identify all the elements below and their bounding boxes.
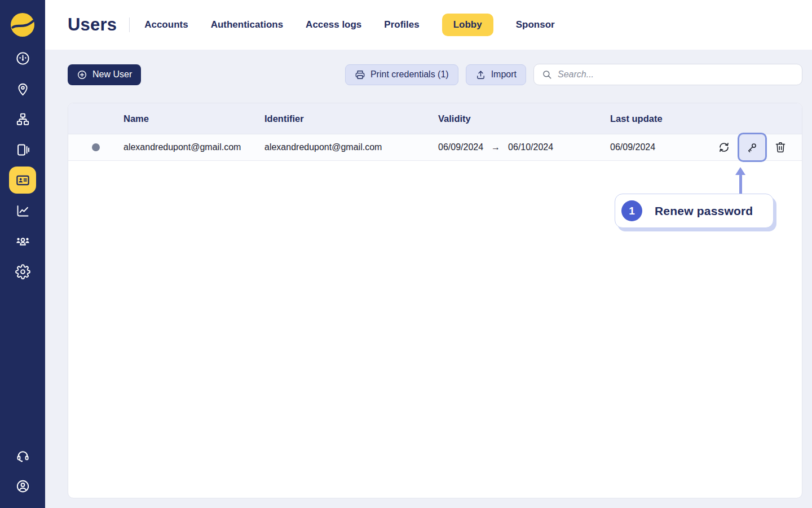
toolbar-right: Print credentials (1) Import — [345, 64, 802, 85]
team-group-icon — [15, 234, 30, 249]
callout-arrow-up-icon — [735, 167, 745, 175]
app-logo[interactable] — [10, 0, 35, 50]
tab-profiles[interactable]: Profiles — [384, 14, 419, 36]
arrow-right-icon: → — [491, 142, 500, 152]
dashboard-gauge-icon — [15, 51, 30, 66]
print-credentials-label: Print credentials (1) — [370, 69, 449, 80]
status-cell — [68, 143, 123, 151]
settings-gear-icon — [15, 264, 30, 279]
header-tabs: Accounts Authentications Access logs Pro… — [144, 14, 554, 36]
tab-authentications[interactable]: Authentications — [211, 14, 283, 36]
table-header-row: Name Identifier Validity Last update — [68, 103, 802, 134]
key-icon — [746, 141, 758, 154]
printer-icon — [355, 69, 365, 80]
renew-access-button[interactable] — [717, 141, 731, 154]
tab-access-logs[interactable]: Access logs — [306, 14, 361, 36]
last-update-cell: 06/09/2024 — [610, 142, 717, 152]
top-header: Users Accounts Authentications Access lo… — [45, 0, 812, 50]
page-title: Users — [68, 15, 117, 35]
upload-icon — [475, 69, 486, 80]
sidebar-item-support[interactable] — [9, 440, 36, 471]
status-dot — [92, 143, 100, 151]
brand-logo-icon — [10, 12, 35, 37]
sidebar-item-splash-pages[interactable] — [9, 134, 36, 165]
callout-label: Renew password — [655, 204, 753, 218]
search-box — [533, 64, 802, 85]
content-area: New User Print credentials (1) — [45, 50, 812, 508]
network-sitemap-icon — [15, 112, 30, 127]
refresh-icon — [718, 141, 730, 154]
sidebar-item-users[interactable] — [9, 167, 36, 194]
users-table-card: Name Identifier Validity Last update ale… — [68, 103, 802, 498]
callout-step-badge: 1 — [621, 200, 642, 221]
delete-user-button[interactable] — [774, 141, 787, 154]
analytics-chart-icon — [15, 203, 30, 218]
new-user-button[interactable]: New User — [68, 64, 141, 85]
sidebar-item-dashboard[interactable] — [9, 43, 36, 73]
renew-password-button[interactable] — [738, 133, 767, 162]
sidebar-item-team[interactable] — [9, 226, 36, 256]
sidebar-item-analytics[interactable] — [9, 195, 36, 226]
import-label: Import — [491, 69, 517, 80]
import-button[interactable]: Import — [466, 64, 526, 85]
sidebar-item-network[interactable] — [9, 104, 36, 134]
column-validity: Validity — [438, 113, 610, 124]
sidebar-item-settings[interactable] — [9, 256, 36, 287]
search-icon — [542, 69, 552, 80]
location-pin-icon — [15, 81, 30, 97]
validity-cell: 06/09/2024 → 06/10/2024 — [438, 142, 610, 152]
row-actions — [717, 134, 802, 160]
name-cell: alexandredupont@gmail.com — [123, 142, 264, 152]
identifier-cell: alexandredupont@gmail.com — [264, 142, 438, 152]
user-card-icon — [15, 173, 30, 188]
toolbar: New User Print credentials (1) — [68, 64, 802, 85]
search-input[interactable] — [558, 69, 794, 80]
column-last-update: Last update — [610, 113, 717, 124]
trash-icon — [774, 141, 787, 154]
sidebar-item-account[interactable] — [9, 471, 36, 501]
sidebar-item-locations[interactable] — [9, 73, 36, 104]
plus-circle-icon — [77, 69, 87, 80]
title-divider — [129, 17, 130, 32]
table-row[interactable]: alexandredupont@gmail.com alexandredupon… — [68, 134, 802, 161]
callout-arrow-line — [739, 174, 742, 195]
splash-pages-icon — [15, 142, 30, 157]
renew-password-callout: 1 Renew password — [615, 194, 774, 228]
print-credentials-button[interactable]: Print credentials (1) — [345, 64, 458, 85]
support-headset-icon — [15, 448, 30, 463]
tab-accounts[interactable]: Accounts — [144, 14, 188, 36]
validity-end: 06/10/2024 — [508, 142, 553, 152]
tab-sponsor[interactable]: Sponsor — [516, 14, 555, 36]
main-area: Users Accounts Authentications Access lo… — [45, 0, 812, 508]
sidebar — [0, 0, 45, 508]
new-user-label: New User — [92, 69, 132, 80]
sidebar-nav — [9, 43, 36, 287]
tab-lobby[interactable]: Lobby — [442, 14, 493, 36]
validity-start: 06/09/2024 — [438, 142, 483, 152]
column-name: Name — [123, 113, 264, 124]
account-profile-icon — [15, 479, 30, 494]
column-identifier: Identifier — [264, 113, 438, 124]
sidebar-bottom — [9, 440, 36, 508]
